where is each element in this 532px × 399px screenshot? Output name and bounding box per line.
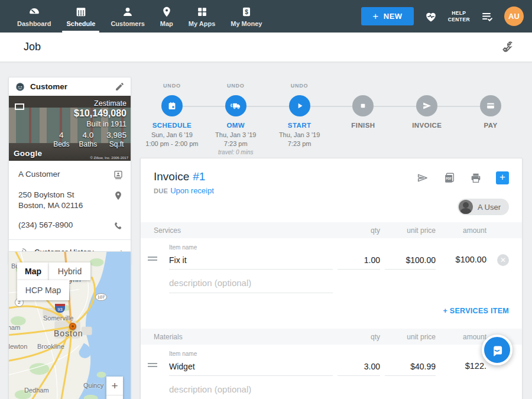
customer-card: Customer Zestimate $10,149,080 Built in …: [8, 77, 131, 264]
zestimate-label: Zestimate: [53, 99, 126, 108]
nav-dashboard[interactable]: Dashboard: [9, 0, 59, 33]
step-time: 7:23 pm: [224, 140, 248, 147]
nav-map[interactable]: Map: [153, 0, 181, 33]
unit-price-column-header: unit price: [385, 333, 436, 341]
add-services-item-link[interactable]: + SERVICES ITEM: [443, 307, 509, 315]
qty-column-header: qty: [338, 333, 380, 341]
map-type-button[interactable]: Map: [17, 262, 49, 280]
service-item-name-input[interactable]: [169, 254, 333, 270]
credit-card-icon: [485, 100, 497, 112]
apps-grid-icon: [196, 5, 209, 18]
service-amount: $100.00: [440, 255, 486, 270]
customer-details: A Customer 250 Boylston StBoston, MA 021…: [9, 161, 131, 264]
map-canvas[interactable]: Burlington Lynn Somerville Boston Newton…: [9, 252, 131, 399]
qty-column-header: qty: [338, 226, 380, 235]
customer-name-row: A Customer: [9, 164, 131, 185]
schedule-step-button[interactable]: [161, 95, 183, 116]
zoom-out-button[interactable]: −: [106, 395, 123, 399]
step-pay: PAY: [459, 77, 523, 157]
route-107-shield: 107: [95, 293, 107, 301]
svg-text:$: $: [245, 9, 248, 15]
play-icon: [294, 100, 306, 112]
pdf-icon[interactable]: PDF: [443, 171, 456, 184]
drag-handle-icon[interactable]: [148, 255, 157, 262]
nav-label: Dashboard: [17, 20, 51, 27]
nav-label: Map: [160, 20, 173, 27]
map-label-newton: Newton: [8, 343, 27, 350]
money-dollar-icon: $: [240, 5, 253, 18]
zoom-in-button[interactable]: +: [106, 377, 123, 395]
undo-start-link[interactable]: UNDO: [291, 83, 309, 89]
material-description-row: [141, 376, 522, 399]
start-step-button[interactable]: [289, 95, 310, 116]
send-icon: [421, 100, 433, 112]
beds-value: 4: [53, 131, 69, 140]
step-label: INVOICE: [412, 122, 442, 129]
material-item-row: Item name $122.: [141, 345, 522, 376]
remove-item-button[interactable]: ✕: [497, 254, 509, 266]
nav-schedule[interactable]: Schedule: [59, 0, 103, 33]
drag-handle-icon[interactable]: [148, 361, 157, 369]
step-schedule: UNDO SCHEDULE Sun, Jan 6 '191:00 pm - 2:…: [140, 77, 204, 157]
service-qty-input[interactable]: [338, 254, 380, 270]
material-unit-price-input[interactable]: [385, 361, 436, 376]
health-heart-icon[interactable]: [424, 9, 438, 24]
phone-icon[interactable]: [113, 220, 124, 231]
material-qty-input[interactable]: [338, 361, 380, 376]
omw-step-button[interactable]: [225, 95, 246, 116]
zillow-credit: © Zillow, Inc. 2006-2017: [90, 156, 128, 160]
invoice-step-button[interactable]: [416, 95, 437, 116]
address-line1: 250 Boylston St: [18, 190, 74, 199]
location-pin-icon[interactable]: [113, 190, 124, 201]
primary-nav: Dashboard Schedule Customers Map My Apps…: [9, 0, 270, 33]
property-streetview-photo[interactable]: Zestimate $10,149,080 Built in 1911 4Bed…: [9, 96, 131, 161]
edit-pencil-icon[interactable]: [115, 82, 125, 92]
user-avatar[interactable]: AU: [504, 7, 524, 26]
help-center-link[interactable]: HELP CENTER: [448, 10, 470, 22]
help-line1: HELP: [448, 10, 470, 17]
address-line2: Boston, MA 02116: [18, 201, 83, 210]
undo-omw-link[interactable]: UNDO: [227, 83, 245, 89]
hcp-map-button[interactable]: HCP Map: [17, 280, 69, 300]
job-location-marker[interactable]: [69, 323, 76, 330]
add-invoice-button[interactable]: +: [496, 171, 509, 184]
nav-label: Schedule: [66, 20, 95, 27]
sqft-label: Sq.ft: [106, 140, 126, 148]
undo-schedule-link[interactable]: UNDO: [163, 83, 181, 89]
nav-right: + NEW HELP CENTER AU: [361, 0, 532, 33]
task-list-icon[interactable]: [480, 9, 494, 24]
svg-text:PDF: PDF: [446, 177, 452, 180]
pay-step-button[interactable]: [480, 95, 501, 116]
nav-label: My Money: [231, 20, 262, 27]
materials-title: Materials: [148, 333, 333, 341]
nav-customers[interactable]: Customers: [103, 0, 152, 33]
finish-step-button[interactable]: [352, 95, 374, 116]
services-section-header: Services qty unit price amount: [141, 222, 522, 238]
main-content: Customer Zestimate $10,149,080 Built in …: [0, 62, 532, 399]
assigned-user-chip[interactable]: A User: [458, 199, 509, 215]
new-button[interactable]: + NEW: [361, 7, 413, 25]
service-unit-price-input[interactable]: [385, 254, 436, 270]
job-tools-icon[interactable]: [500, 40, 514, 54]
invoice-actions: PDF +: [416, 171, 509, 184]
google-watermark: Google: [14, 149, 42, 158]
material-item-name-input[interactable]: [169, 361, 333, 376]
assigned-user-name: A User: [478, 203, 501, 212]
chat-fab[interactable]: [482, 335, 512, 365]
service-description-input[interactable]: [169, 277, 333, 293]
map-label-brookline: Brookline: [37, 343, 64, 350]
nav-my-money[interactable]: $ My Money: [223, 0, 270, 33]
due-terms-link[interactable]: Upon receipt: [170, 186, 214, 195]
hybrid-type-button[interactable]: Hybrid: [49, 262, 90, 280]
baths-value: 4.0: [79, 131, 98, 140]
material-description-input[interactable]: [169, 383, 333, 399]
service-item-row: Item name $100.00 ✕: [141, 238, 522, 270]
contact-card-icon[interactable]: [113, 170, 124, 180]
map-label-somerville: Somerville: [43, 314, 73, 322]
customer-card-title: Customer: [30, 82, 67, 91]
print-icon[interactable]: [469, 171, 482, 184]
schedule-calendar-icon: [74, 5, 87, 18]
send-invoice-icon[interactable]: [416, 171, 429, 184]
amount-column-header: amount: [440, 333, 486, 341]
nav-my-apps[interactable]: My Apps: [181, 0, 223, 33]
